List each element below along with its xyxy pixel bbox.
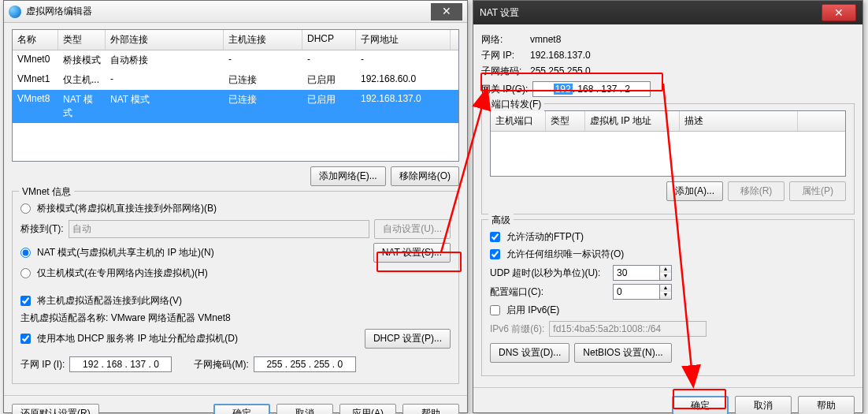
- col-type[interactable]: 类型: [58, 30, 106, 50]
- cfg-port-label: 配置端口(C):: [490, 285, 608, 299]
- ipv6-prefix-label: IPv6 前缀(6):: [490, 323, 544, 336]
- dhcp-label: 使用本地 DHCP 服务将 IP 地址分配给虚拟机(D): [37, 332, 238, 345]
- nat-title: NAT 设置: [480, 6, 519, 20]
- dhcp-checkbox[interactable]: [20, 334, 31, 344]
- col-host[interactable]: 主机连接: [224, 30, 302, 50]
- udp-timeout-spinner[interactable]: ▲▼: [613, 265, 672, 281]
- nat-ok-button[interactable]: 确定: [672, 396, 729, 414]
- ipv6-label: 启用 IPv6(E): [506, 304, 559, 317]
- bridge-radio[interactable]: [20, 203, 31, 214]
- restore-defaults-button[interactable]: 还原默认设置(R): [12, 404, 99, 414]
- dns-settings-button[interactable]: DNS 设置(D)...: [490, 343, 569, 363]
- net-value: vmnet8: [530, 34, 561, 45]
- vmnet-table: 名称 类型 外部连接 主机连接 DHCP 子网地址 VMnet0 桥接模式 自动…: [12, 29, 459, 162]
- org-label: 允许任何组织唯一标识符(O): [506, 248, 624, 261]
- vne-title: 虚拟网络编辑器: [26, 5, 92, 18]
- col-dhcp[interactable]: DHCP: [302, 30, 356, 50]
- spin-up-icon[interactable]: ▲: [660, 285, 671, 292]
- ipv6-checkbox[interactable]: [490, 305, 500, 315]
- nat-radio[interactable]: [20, 248, 31, 258]
- spin-down-icon[interactable]: ▼: [660, 273, 671, 280]
- subnet-ip-input[interactable]: 192 . 168 . 137 . 0: [69, 356, 172, 372]
- bridge-to-label: 桥接到(T):: [20, 222, 64, 236]
- subnet-mask-input[interactable]: 255 . 255 . 255 . 0: [254, 356, 356, 372]
- subnetip-label: 子网 IP:: [481, 49, 530, 62]
- pf-remove-button: 移除(R): [728, 181, 785, 201]
- virtual-network-editor-dialog: 虚拟网络编辑器 ✕ 名称 类型 外部连接 主机连接 DHCP 子网地址 VMne…: [3, 0, 468, 413]
- nat-settings-button[interactable]: NAT 设置(S)...: [373, 243, 451, 263]
- pf-col-type[interactable]: 类型: [546, 111, 585, 131]
- mask-value: 255.255.255.0: [530, 65, 591, 76]
- udp-timeout-input[interactable]: [613, 265, 660, 281]
- pf-add-button[interactable]: 添加(A)...: [666, 181, 723, 201]
- close-icon[interactable]: ✕: [431, 3, 462, 21]
- ftp-label: 允许活动的FTP(T): [506, 230, 584, 244]
- port-forward-title: 端口转发(F): [488, 98, 544, 111]
- add-network-button[interactable]: 添加网络(E)...: [310, 166, 386, 186]
- nat-cancel-button[interactable]: 取消: [735, 396, 792, 414]
- nat-titlebar: NAT 设置 ✕: [473, 1, 862, 24]
- ipv6-prefix-input: [549, 321, 707, 337]
- subnet-mask-label: 子网掩码(M):: [194, 358, 248, 371]
- connect-host-label: 将主机虚拟适配器连接到此网络(V): [37, 294, 182, 308]
- help-button[interactable]: 帮助: [402, 404, 459, 414]
- gateway-oct1-selected: 192: [554, 84, 573, 95]
- cancel-button[interactable]: 取消: [276, 404, 333, 414]
- col-name[interactable]: 名称: [13, 30, 58, 50]
- ok-button[interactable]: 确定: [213, 404, 270, 414]
- bridge-label: 桥接模式(将虚拟机直接连接到外部网络)(B): [37, 202, 217, 215]
- port-forward-group: 端口转发(F) 主机端口 类型 虚拟机 IP 地址 描述 添加(A)... 移除…: [481, 103, 855, 214]
- udp-timeout-label: UDP 超时(以秒为单位)(U):: [490, 267, 608, 280]
- mask-label: 子网掩码:: [481, 65, 530, 78]
- advanced-group: 高级 允许活动的FTP(T) 允许任何组织唯一标识符(O) UDP 超时(以秒为…: [481, 219, 855, 376]
- table-row[interactable]: VMnet1 仅主机... - 已连接 已启用 192.168.60.0: [13, 70, 458, 90]
- close-icon[interactable]: ✕: [822, 4, 856, 21]
- remove-network-button[interactable]: 移除网络(O): [391, 166, 459, 186]
- vne-titlebar: 虚拟网络编辑器 ✕: [4, 1, 467, 23]
- pf-props-button: 属性(P): [789, 181, 846, 201]
- table-row-selected[interactable]: VMnet8 NAT 模式 NAT 模式 已连接 已启用 192.168.137…: [13, 90, 458, 123]
- hostonly-label: 仅主机模式(在专用网络内连接虚拟机)(H): [37, 267, 208, 280]
- advanced-title: 高级: [488, 214, 514, 227]
- connect-host-checkbox[interactable]: [20, 296, 31, 306]
- spin-up-icon[interactable]: ▲: [660, 266, 671, 273]
- cfg-port-input[interactable]: [613, 284, 660, 300]
- netbios-settings-button[interactable]: NetBIOS 设置(N)...: [574, 343, 671, 363]
- adapter-name-label: 主机虚拟适配器名称: VMware 网络适配器 VMnet8: [20, 311, 451, 325]
- pf-col-hostport[interactable]: 主机端口: [491, 111, 546, 131]
- pf-col-desc[interactable]: 描述: [680, 111, 798, 131]
- auto-settings-button: 自动设置(U)...: [374, 219, 451, 239]
- col-subnet[interactable]: 子网地址: [356, 30, 451, 50]
- vmnet-info-group: VMnet 信息 桥接模式(将虚拟机直接连接到外部网络)(B) 桥接到(T): …: [12, 191, 459, 384]
- hostonly-radio[interactable]: [20, 268, 31, 278]
- net-label: 网络:: [481, 33, 530, 47]
- app-icon: [9, 6, 21, 18]
- gateway-ip-input[interactable]: 192 . 168 . 137 . 2: [532, 81, 651, 97]
- pf-col-vmip[interactable]: 虚拟机 IP 地址: [585, 111, 680, 131]
- cfg-port-spinner[interactable]: ▲▼: [613, 284, 672, 300]
- spin-down-icon[interactable]: ▼: [660, 292, 671, 299]
- bridge-to-select: 自动: [69, 220, 370, 238]
- dhcp-settings-button[interactable]: DHCP 设置(P)...: [365, 329, 451, 349]
- col-ext[interactable]: 外部连接: [106, 30, 224, 50]
- vmnet-info-title: VMnet 信息: [19, 185, 74, 199]
- pf-body-empty: [491, 132, 845, 176]
- nat-help-button[interactable]: 帮助: [798, 396, 855, 414]
- nat-label: NAT 模式(与虚拟机共享主机的 IP 地址)(N): [37, 246, 214, 259]
- org-checkbox[interactable]: [490, 249, 500, 259]
- table-row[interactable]: VMnet0 桥接模式 自动桥接 - - -: [13, 50, 458, 70]
- apply-button[interactable]: 应用(A): [339, 404, 396, 414]
- ftp-checkbox[interactable]: [490, 232, 500, 242]
- gateway-ip-label: 网关 IP(G):: [481, 83, 528, 96]
- nat-settings-dialog: NAT 设置 ✕ 网络:vmnet8 子网 IP:192.168.137.0 子…: [473, 0, 863, 413]
- subnetip-value: 192.168.137.0: [530, 50, 591, 61]
- subnet-ip-label: 子网 IP (I):: [20, 358, 65, 371]
